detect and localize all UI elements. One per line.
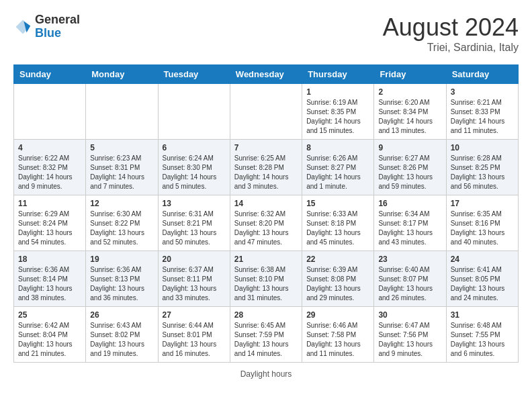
day-info: Sunrise: 6:38 AM Sunset: 8:10 PM Dayligh… xyxy=(234,265,298,303)
day-info: Sunrise: 6:32 AM Sunset: 8:20 PM Dayligh… xyxy=(234,210,298,247)
calendar-cell: 20Sunrise: 6:37 AM Sunset: 8:11 PM Dayli… xyxy=(158,251,230,307)
day-info: Sunrise: 6:26 AM Sunset: 8:27 PM Dayligh… xyxy=(306,154,369,191)
logo-icon xyxy=(13,17,32,36)
day-number: 17 xyxy=(451,199,514,208)
calendar-header-row: SundayMondayTuesdayWednesdayThursdayFrid… xyxy=(14,65,519,84)
calendar-cell: 19Sunrise: 6:36 AM Sunset: 8:13 PM Dayli… xyxy=(86,251,158,307)
day-number: 1 xyxy=(306,87,369,97)
calendar-cell xyxy=(158,84,230,140)
calendar-cell: 25Sunrise: 6:42 AM Sunset: 8:04 PM Dayli… xyxy=(14,307,86,363)
calendar-cell: 27Sunrise: 6:44 AM Sunset: 8:01 PM Dayli… xyxy=(158,307,230,363)
day-number: 22 xyxy=(306,255,369,264)
calendar-cell: 23Sunrise: 6:40 AM Sunset: 8:07 PM Dayli… xyxy=(374,251,446,307)
day-number: 11 xyxy=(18,199,81,208)
calendar-week-2: 11Sunrise: 6:29 AM Sunset: 8:24 PM Dayli… xyxy=(14,195,519,251)
col-header-thursday: Thursday xyxy=(302,65,374,84)
day-number: 10 xyxy=(451,143,514,152)
day-number: 25 xyxy=(18,310,81,320)
day-info: Sunrise: 6:47 AM Sunset: 7:56 PM Dayligh… xyxy=(378,321,441,359)
calendar-cell: 7Sunrise: 6:25 AM Sunset: 8:28 PM Daylig… xyxy=(230,140,302,195)
col-header-saturday: Saturday xyxy=(446,65,518,84)
calendar-cell: 3Sunrise: 6:21 AM Sunset: 8:33 PM Daylig… xyxy=(446,84,518,140)
day-info: Sunrise: 6:30 AM Sunset: 8:22 PM Dayligh… xyxy=(90,210,153,247)
location: Triei, Sardinia, Italy xyxy=(383,42,519,54)
day-number: 6 xyxy=(163,143,226,152)
day-number: 7 xyxy=(234,143,298,152)
day-number: 16 xyxy=(378,199,441,208)
calendar-cell: 26Sunrise: 6:43 AM Sunset: 8:02 PM Dayli… xyxy=(86,307,158,363)
calendar-cell: 17Sunrise: 6:35 AM Sunset: 8:16 PM Dayli… xyxy=(446,195,518,251)
day-number: 3 xyxy=(451,87,514,97)
calendar-cell: 2Sunrise: 6:20 AM Sunset: 8:34 PM Daylig… xyxy=(374,84,446,140)
day-info: Sunrise: 6:46 AM Sunset: 7:58 PM Dayligh… xyxy=(306,321,369,359)
day-info: Sunrise: 6:48 AM Sunset: 7:55 PM Dayligh… xyxy=(451,321,514,359)
day-info: Sunrise: 6:31 AM Sunset: 8:21 PM Dayligh… xyxy=(163,210,226,247)
day-number: 28 xyxy=(234,310,298,320)
calendar-cell: 4Sunrise: 6:22 AM Sunset: 8:32 PM Daylig… xyxy=(14,140,86,195)
day-number: 30 xyxy=(378,310,441,320)
calendar-cell xyxy=(230,84,302,140)
day-number: 18 xyxy=(18,255,81,264)
day-number: 20 xyxy=(163,255,226,264)
day-info: Sunrise: 6:23 AM Sunset: 8:31 PM Dayligh… xyxy=(90,154,153,191)
day-info: Sunrise: 6:19 AM Sunset: 8:35 PM Dayligh… xyxy=(306,98,369,136)
calendar-cell: 28Sunrise: 6:45 AM Sunset: 7:59 PM Dayli… xyxy=(230,307,302,363)
calendar-cell: 8Sunrise: 6:26 AM Sunset: 8:27 PM Daylig… xyxy=(302,140,374,195)
day-info: Sunrise: 6:22 AM Sunset: 8:32 PM Dayligh… xyxy=(18,154,81,191)
day-info: Sunrise: 6:34 AM Sunset: 8:17 PM Dayligh… xyxy=(378,210,441,247)
day-number: 19 xyxy=(90,255,153,264)
calendar-cell: 22Sunrise: 6:39 AM Sunset: 8:08 PM Dayli… xyxy=(302,251,374,307)
footer-note: Daylight hours xyxy=(13,369,519,379)
calendar-cell: 15Sunrise: 6:33 AM Sunset: 8:18 PM Dayli… xyxy=(302,195,374,251)
day-info: Sunrise: 6:36 AM Sunset: 8:13 PM Dayligh… xyxy=(90,265,153,303)
day-info: Sunrise: 6:24 AM Sunset: 8:30 PM Dayligh… xyxy=(163,154,226,191)
day-number: 29 xyxy=(306,310,369,320)
col-header-monday: Monday xyxy=(86,65,158,84)
day-number: 4 xyxy=(18,143,81,152)
calendar-cell: 24Sunrise: 6:41 AM Sunset: 8:05 PM Dayli… xyxy=(446,251,518,307)
day-info: Sunrise: 6:29 AM Sunset: 8:24 PM Dayligh… xyxy=(18,210,81,247)
day-info: Sunrise: 6:40 AM Sunset: 8:07 PM Dayligh… xyxy=(378,265,441,303)
day-info: Sunrise: 6:36 AM Sunset: 8:14 PM Dayligh… xyxy=(18,265,81,303)
calendar-week-3: 18Sunrise: 6:36 AM Sunset: 8:14 PM Dayli… xyxy=(14,251,519,307)
calendar-cell: 29Sunrise: 6:46 AM Sunset: 7:58 PM Dayli… xyxy=(302,307,374,363)
col-header-sunday: Sunday xyxy=(14,65,86,84)
calendar-cell: 30Sunrise: 6:47 AM Sunset: 7:56 PM Dayli… xyxy=(374,307,446,363)
day-info: Sunrise: 6:37 AM Sunset: 8:11 PM Dayligh… xyxy=(163,265,226,303)
logo-general: General xyxy=(35,13,80,27)
day-number: 27 xyxy=(163,310,226,320)
calendar-week-0: 1Sunrise: 6:19 AM Sunset: 8:35 PM Daylig… xyxy=(14,84,519,140)
calendar-cell: 16Sunrise: 6:34 AM Sunset: 8:17 PM Dayli… xyxy=(374,195,446,251)
day-number: 23 xyxy=(378,255,441,264)
day-info: Sunrise: 6:20 AM Sunset: 8:34 PM Dayligh… xyxy=(378,98,441,136)
day-info: Sunrise: 6:28 AM Sunset: 8:25 PM Dayligh… xyxy=(451,154,514,191)
day-info: Sunrise: 6:35 AM Sunset: 8:16 PM Dayligh… xyxy=(451,210,514,247)
calendar-cell: 31Sunrise: 6:48 AM Sunset: 7:55 PM Dayli… xyxy=(446,307,518,363)
day-info: Sunrise: 6:42 AM Sunset: 8:04 PM Dayligh… xyxy=(18,321,81,359)
day-number: 9 xyxy=(378,143,441,152)
day-info: Sunrise: 6:39 AM Sunset: 8:08 PM Dayligh… xyxy=(306,265,369,303)
col-header-tuesday: Tuesday xyxy=(158,65,230,84)
col-header-wednesday: Wednesday xyxy=(230,65,302,84)
logo-text: General Blue xyxy=(35,13,80,40)
logo: General Blue xyxy=(13,13,80,40)
calendar-week-1: 4Sunrise: 6:22 AM Sunset: 8:32 PM Daylig… xyxy=(14,140,519,195)
calendar-table: SundayMondayTuesdayWednesdayThursdayFrid… xyxy=(13,64,519,363)
day-info: Sunrise: 6:43 AM Sunset: 8:02 PM Dayligh… xyxy=(90,321,153,359)
day-info: Sunrise: 6:45 AM Sunset: 7:59 PM Dayligh… xyxy=(234,321,298,359)
calendar-cell xyxy=(14,84,86,140)
calendar-cell: 13Sunrise: 6:31 AM Sunset: 8:21 PM Dayli… xyxy=(158,195,230,251)
calendar-cell xyxy=(86,84,158,140)
calendar-cell: 12Sunrise: 6:30 AM Sunset: 8:22 PM Dayli… xyxy=(86,195,158,251)
calendar-cell: 10Sunrise: 6:28 AM Sunset: 8:25 PM Dayli… xyxy=(446,140,518,195)
calendar-cell: 6Sunrise: 6:24 AM Sunset: 8:30 PM Daylig… xyxy=(158,140,230,195)
day-number: 26 xyxy=(90,310,153,320)
calendar-cell: 9Sunrise: 6:27 AM Sunset: 8:26 PM Daylig… xyxy=(374,140,446,195)
day-number: 8 xyxy=(306,143,369,152)
page-header: General Blue August 2024 Triei, Sardinia… xyxy=(13,13,519,54)
title-block: August 2024 Triei, Sardinia, Italy xyxy=(383,13,519,54)
calendar-cell: 1Sunrise: 6:19 AM Sunset: 8:35 PM Daylig… xyxy=(302,84,374,140)
day-number: 13 xyxy=(163,199,226,208)
day-number: 31 xyxy=(451,310,514,320)
day-number: 24 xyxy=(451,255,514,264)
